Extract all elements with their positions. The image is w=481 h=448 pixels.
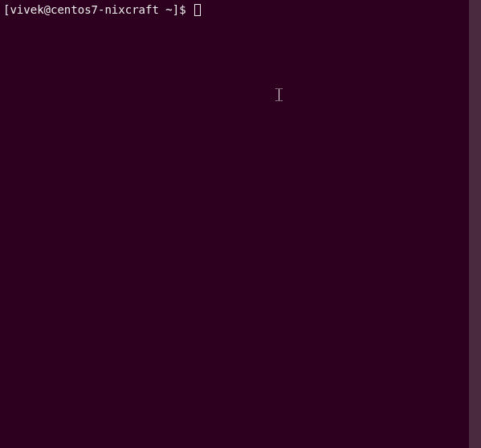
scrollbar-thumb[interactable] bbox=[469, 0, 481, 448]
shell-prompt: [vivek@centos7-nixcraft ~]$ bbox=[3, 3, 193, 16]
prompt-line: [vivek@centos7-nixcraft ~]$ bbox=[3, 3, 466, 16]
terminal-viewport[interactable]: [vivek@centos7-nixcraft ~]$ bbox=[0, 0, 469, 448]
scrollbar[interactable] bbox=[469, 0, 481, 448]
cursor-block-icon bbox=[194, 4, 201, 16]
ibeam-cursor-icon bbox=[275, 88, 276, 101]
